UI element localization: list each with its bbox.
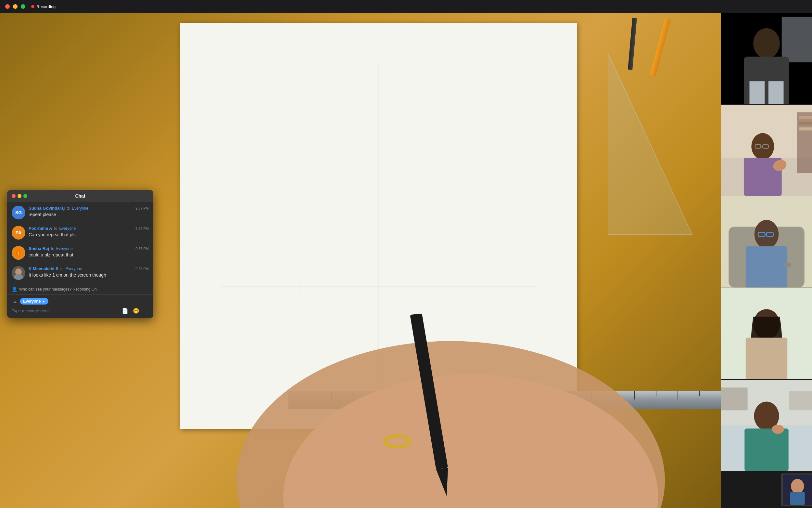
recording-label: Recording	[36, 4, 55, 9]
chat-input-area: To: Everyone ▼ 📄 😊 ···	[7, 294, 153, 318]
svg-rect-78	[790, 492, 805, 505]
participant-video-1[interactable]	[721, 13, 812, 104]
svg-marker-7	[608, 53, 692, 235]
msg-time-2: 9:57 PM	[135, 226, 149, 230]
chat-title: Chat	[75, 194, 85, 199]
avatar-sudha: SG	[12, 206, 25, 219]
message-text-1: repeat please	[29, 212, 149, 218]
chat-message-2: PA Poornima A to Everyone 9:57 PM Can yo…	[12, 226, 149, 240]
recording-dot	[31, 5, 35, 8]
sender-name-3: Sneha Raj	[29, 246, 49, 251]
chat-footer-info: 👤 Who can see your messages? Recording O…	[7, 284, 153, 294]
more-options-button[interactable]: ···	[143, 307, 149, 314]
svg-rect-39	[749, 81, 765, 104]
recipient-3: Everyone	[56, 246, 73, 251]
svg-point-71	[772, 425, 784, 434]
set-square	[608, 53, 692, 235]
to-label: To:	[12, 299, 17, 304]
svg-rect-70	[745, 428, 788, 471]
svg-rect-46	[799, 127, 812, 130]
participant-4-video	[721, 288, 812, 379]
chevron-down-icon: ▼	[42, 300, 45, 303]
participant-1-video	[721, 13, 812, 104]
svg-rect-43	[797, 113, 812, 173]
to-label-3: to	[51, 246, 54, 251]
hand-svg	[216, 285, 685, 508]
sender-name-1: Sudha Govindaraj	[29, 206, 65, 211]
message-text-2: Can you repeat that pls	[29, 232, 149, 238]
svg-rect-44	[799, 116, 812, 119]
chat-title-bar: Chat	[7, 190, 153, 202]
recipient-1: Everyone	[72, 206, 88, 211]
message-text-3: could u plz repeat that	[29, 252, 149, 258]
message-header-1: Sudha Govindaraj to Everyone 9:57 PM	[29, 206, 149, 211]
people-icon: 👤	[12, 287, 17, 292]
message-input[interactable]	[12, 308, 118, 313]
meenakshi-avatar-icon	[12, 266, 25, 280]
maximize-button[interactable]	[21, 4, 25, 9]
chat-close-button[interactable]	[12, 194, 15, 198]
msg-time-4: 9:58 PM	[135, 267, 149, 271]
to-label-1: to	[66, 206, 70, 211]
chat-message-3: Sneha Raj to Everyone 9:57 PM could u pl…	[12, 246, 149, 260]
close-button[interactable]	[5, 4, 10, 9]
message-content-2: Poornima A to Everyone 9:57 PM Can you r…	[29, 226, 149, 238]
participant-video-2[interactable]	[721, 104, 812, 196]
svg-rect-65	[746, 337, 787, 379]
participant-video-3[interactable]	[721, 196, 812, 287]
message-header-2: Poornima A to Everyone 9:57 PM	[29, 226, 149, 231]
title-bar: Recording	[0, 0, 812, 13]
svg-rect-72	[721, 387, 748, 410]
participant-2-video	[721, 104, 812, 196]
msg-time-1: 9:57 PM	[135, 206, 149, 210]
recording-indicator: Recording	[31, 4, 55, 9]
sender-name-2: Poornima A	[29, 226, 52, 231]
sender-name-4: K Meenakshi S	[29, 266, 58, 271]
avatar-meenakshi	[12, 266, 25, 280]
svg-point-37	[753, 28, 780, 58]
svg-rect-36	[782, 17, 812, 62]
to-label-2: to	[54, 226, 57, 231]
to-row: To: Everyone ▼	[12, 298, 149, 304]
svg-rect-40	[768, 81, 784, 104]
chat-message-1: SG Sudha Govindaraj to Everyone 9:57 PM …	[12, 206, 149, 219]
participant-video-6[interactable]	[721, 472, 812, 508]
sneha-avatar-icon	[12, 246, 25, 260]
msg-time-3: 9:57 PM	[135, 247, 149, 251]
svg-point-77	[791, 479, 804, 493]
chat-minimize-button[interactable]	[17, 194, 21, 198]
recipient-4: Everyone	[65, 266, 82, 271]
emoji-button[interactable]: 😊	[132, 307, 140, 314]
chat-maximize-button[interactable]	[23, 194, 27, 198]
chat-traffic-lights	[12, 194, 27, 198]
participant-6-video	[721, 472, 812, 508]
participant-5-video	[721, 380, 812, 471]
set-square-svg	[608, 53, 692, 235]
chat-message-4: K Meenakshi S to Everyone 9:58 PM It loo…	[12, 266, 149, 280]
chat-panel: Chat SG Sudha Govindaraj to Everyone 9:5…	[7, 190, 153, 318]
message-header-4: K Meenakshi S to Everyone 9:58 PM	[29, 266, 149, 271]
message-input-row: 📄 😊 ···	[12, 307, 149, 314]
message-content-4: K Meenakshi S to Everyone 9:58 PM It loo…	[29, 266, 149, 279]
minimize-button[interactable]	[13, 4, 17, 9]
participant-video-5[interactable]	[721, 380, 812, 471]
file-attachment-button[interactable]: 📄	[121, 307, 129, 314]
input-icon-group: 📄 😊 ···	[121, 307, 149, 314]
message-text-4: It looks like 1 cm on the screen though	[29, 272, 149, 279]
svg-rect-61	[784, 263, 791, 267]
recipient-2: Everyone	[59, 226, 76, 231]
to-label-4: to	[60, 266, 64, 271]
hand-area	[216, 285, 685, 508]
message-content-1: Sudha Govindaraj to Everyone 9:57 PM rep…	[29, 206, 149, 218]
participant-video-4[interactable]	[721, 288, 812, 379]
footer-info-text: Who can see your messages? Recording On	[19, 287, 97, 292]
participant-sidebar	[721, 13, 812, 508]
everyone-label: Everyone	[23, 299, 41, 304]
avatar-sneha	[12, 246, 25, 260]
svg-rect-73	[789, 391, 812, 410]
svg-rect-57	[746, 246, 787, 287]
avatar-poornima: PA	[12, 226, 25, 240]
participant-3-video	[721, 196, 812, 287]
everyone-dropdown[interactable]: Everyone ▼	[20, 298, 48, 304]
svg-rect-45	[799, 122, 812, 125]
